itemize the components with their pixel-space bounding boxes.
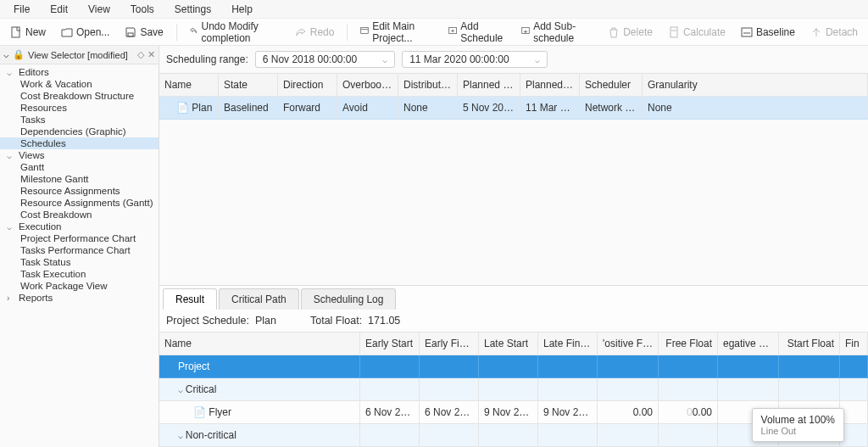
baseline-button[interactable]: Baseline	[736, 24, 800, 41]
tree-item-cost-breakdown[interactable]: Cost Breakdown	[0, 209, 159, 221]
tree-item-task-status[interactable]: Task Status	[0, 256, 159, 268]
menu-settings[interactable]: Settings	[164, 2, 221, 17]
range-to-value: 11 Mar 2020 00:00:00	[409, 53, 509, 65]
tree-item-cost-breakdown-structure[interactable]: Cost Breakdown Structure	[0, 90, 159, 102]
delete-button[interactable]: Delete	[603, 24, 658, 41]
rcell-positive-float: 0.00	[598, 401, 659, 424]
add-subschedule-label: Add Sub-schedule	[533, 20, 593, 44]
tree-item-tasks[interactable]: Tasks	[0, 114, 159, 126]
sidebar: ⌵ 🔒 View Selector [modified] ◇ ✕ Editors…	[0, 46, 159, 447]
close-icon[interactable]: ✕	[147, 49, 155, 60]
redo-icon	[295, 26, 307, 38]
col-planned-finish[interactable]: Planned Finish	[520, 74, 580, 97]
rcell	[718, 355, 779, 378]
rcell	[538, 355, 598, 378]
col-distribution[interactable]: Distribution	[398, 74, 458, 97]
rcell	[420, 424, 479, 447]
save-button[interactable]: Save	[120, 24, 168, 41]
tab-critical-path[interactable]: Critical Path	[219, 288, 299, 310]
tree-item-resource-assignments[interactable]: Resource Assignments	[0, 185, 159, 197]
menu-edit[interactable]: Edit	[40, 2, 78, 17]
undo-button[interactable]: Undo Modify completion	[184, 18, 284, 47]
rcol-start-float[interactable]: Start Float	[779, 332, 840, 355]
tree-group-label: Execution	[19, 221, 62, 232]
add-schedule-button[interactable]: Add Schedule	[443, 18, 511, 47]
col-scheduler[interactable]: Scheduler	[580, 74, 643, 97]
tree-item-work-package-view[interactable]: Work Package View	[0, 280, 159, 292]
tree-item-dependencies[interactable]: Dependencies (Graphic)	[0, 126, 159, 137]
col-overbooking[interactable]: Overbooking	[337, 74, 398, 97]
calculate-button[interactable]: Calculate	[663, 24, 731, 41]
rcell	[479, 424, 538, 447]
tree-item-project-performance-chart[interactable]: Project Performance Chart	[0, 232, 159, 244]
tree-group-views[interactable]: Views	[0, 149, 159, 161]
col-state[interactable]: State	[219, 74, 278, 97]
new-button[interactable]: New	[5, 24, 51, 41]
rcol-early-start[interactable]: Early Start	[360, 332, 420, 355]
range-from-value: 6 Nov 2018 00:00:00	[263, 53, 357, 65]
view-selector-header: ⌵ 🔒 View Selector [modified] ◇ ✕	[0, 46, 159, 64]
result-row-critical[interactable]: Critical	[159, 378, 868, 401]
rcol-early-finish[interactable]: Early Finish	[420, 332, 479, 355]
rcell	[479, 355, 538, 378]
tree-item-resources[interactable]: Resources	[0, 102, 159, 114]
menu-help[interactable]: Help	[221, 2, 263, 17]
rcell-early-start: 6 Nov 2018...	[360, 401, 420, 424]
tree-group-label: Editors	[19, 67, 49, 77]
result-row-project[interactable]: Project	[159, 355, 868, 378]
tree-item-tasks-performance-chart[interactable]: Tasks Performance Chart	[0, 244, 159, 256]
summary-text: 171.05	[368, 315, 400, 327]
svg-rect-1	[128, 33, 133, 36]
rcol-late-finish[interactable]: Late Finish	[538, 332, 598, 355]
tooltip-line2: Line Out	[761, 426, 835, 436]
summary-text: Plan	[255, 315, 276, 327]
cell-text: Plan	[192, 102, 212, 114]
rcell	[420, 378, 479, 401]
redo-button[interactable]: Redo	[290, 24, 340, 41]
tree-group-execution[interactable]: Execution	[0, 221, 159, 232]
save-label: Save	[140, 26, 163, 38]
tab-result[interactable]: Result	[163, 288, 217, 310]
col-direction[interactable]: Direction	[278, 74, 337, 97]
rcell	[538, 424, 598, 447]
add-subschedule-button[interactable]: Add Sub-schedule	[516, 18, 598, 47]
rcol-free-float[interactable]: Free Float	[659, 332, 718, 355]
detach-button[interactable]: Detach	[805, 24, 863, 41]
chevron-down-icon[interactable]: ⌵	[3, 49, 9, 60]
tree-item-resource-assignments-gantt[interactable]: Resource Assignments (Gantt)	[0, 197, 159, 209]
tree-item-milestone-gantt[interactable]: Milestone Gantt	[0, 173, 159, 185]
tree-item-work-vacation[interactable]: Work & Vacation	[0, 78, 159, 90]
range-from-select[interactable]: 6 Nov 2018 00:00:00 ⌵	[255, 51, 395, 68]
rcol-finish[interactable]: Fin	[840, 332, 868, 355]
menu-tools[interactable]: Tools	[120, 2, 164, 17]
schedule-row[interactable]: 📄 Plan Baselined Forward Avoid None 5 No…	[159, 97, 868, 120]
tree-item-schedules[interactable]: Schedules	[0, 137, 159, 149]
col-name[interactable]: Name	[159, 74, 219, 97]
schedules-grid: Name State Direction Overbooking Distrib…	[159, 73, 868, 120]
diamond-icon[interactable]: ◇	[137, 49, 144, 60]
open-button[interactable]: Open...	[56, 24, 114, 41]
rcol-name[interactable]: Name	[159, 332, 360, 355]
rcol-positive-float[interactable]: 'ositive Float	[598, 332, 659, 355]
lock-icon[interactable]: 🔒	[13, 49, 25, 60]
save-icon	[125, 26, 136, 38]
menu-view[interactable]: View	[78, 2, 120, 17]
summary-text: Project Schedule:	[166, 315, 249, 327]
tree-group-editors[interactable]: Editors	[0, 66, 159, 78]
tree-item-task-execution[interactable]: Task Execution	[0, 268, 159, 280]
rcol-negative-float[interactable]: egative Float	[718, 332, 779, 355]
menu-file[interactable]: File	[3, 2, 40, 17]
range-to-select[interactable]: 11 Mar 2020 00:00:00 ⌵	[402, 51, 547, 68]
edit-main-project-button[interactable]: Edit Main Project...	[355, 18, 438, 47]
open-label: Open...	[76, 26, 109, 38]
col-granularity[interactable]: Granularity	[643, 74, 868, 97]
tab-scheduling-log[interactable]: Scheduling Log	[301, 288, 397, 310]
cell-granularity: None	[643, 97, 868, 120]
tree-group-label: Reports	[19, 293, 53, 303]
rcol-late-start[interactable]: Late Start	[479, 332, 538, 355]
tree-group-reports[interactable]: Reports	[0, 292, 159, 304]
cell-planned-start: 5 Nov 2018...	[458, 97, 520, 120]
tree-item-gantt[interactable]: Gantt	[0, 161, 159, 173]
col-planned-start[interactable]: Planned Start	[458, 74, 520, 97]
calculate-label: Calculate	[683, 26, 726, 38]
